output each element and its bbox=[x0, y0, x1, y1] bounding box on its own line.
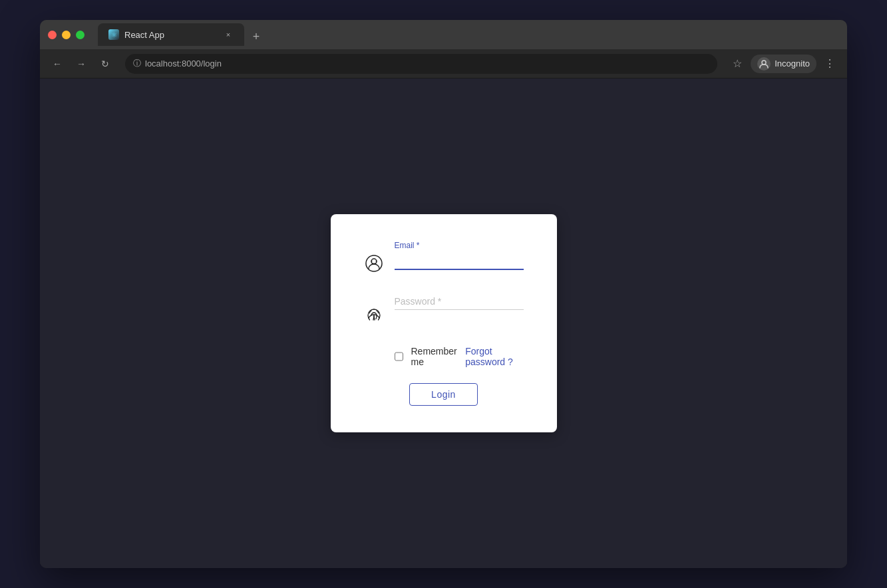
user-icon bbox=[364, 254, 384, 277]
svg-point-4 bbox=[375, 261, 377, 262]
maximize-button[interactable] bbox=[76, 31, 85, 39]
nav-right-controls: ☆ Incognito ⋮ bbox=[728, 55, 839, 73]
remember-label: Remember me bbox=[411, 346, 458, 367]
browser-menu-button[interactable]: ⋮ bbox=[820, 55, 839, 73]
incognito-label: Incognito bbox=[775, 59, 810, 69]
bookmark-button[interactable]: ☆ bbox=[728, 55, 747, 73]
back-button[interactable]: ← bbox=[48, 55, 67, 73]
incognito-icon bbox=[757, 57, 771, 71]
remember-checkbox[interactable] bbox=[395, 351, 403, 362]
address-bar[interactable]: ⓘ localhost:8000/login bbox=[125, 54, 717, 74]
forgot-password-link[interactable]: Forgot password ? bbox=[465, 346, 523, 367]
minimize-button[interactable] bbox=[62, 31, 71, 39]
traffic-lights bbox=[48, 31, 85, 39]
svg-point-0 bbox=[762, 61, 766, 65]
new-tab-button[interactable]: + bbox=[247, 27, 266, 46]
fingerprint-icon bbox=[364, 307, 384, 330]
password-field-group bbox=[395, 293, 524, 310]
navigation-bar: ← → ↻ ⓘ localhost:8000/login ☆ Incognito… bbox=[40, 49, 847, 78]
login-card: Email * bbox=[331, 214, 557, 432]
reload-button[interactable]: ↻ bbox=[96, 55, 114, 73]
email-label: Email * bbox=[395, 241, 524, 250]
address-text: localhost:8000/login bbox=[145, 59, 222, 69]
address-path: :8000/login bbox=[179, 59, 222, 69]
tab-favicon-icon: ⚛ bbox=[108, 29, 119, 40]
tab-title: React App bbox=[124, 30, 218, 40]
password-input[interactable] bbox=[395, 293, 524, 310]
tab-bar: ⚛ React App × + bbox=[98, 23, 839, 46]
login-button[interactable]: Login bbox=[409, 383, 478, 406]
incognito-button[interactable]: Incognito bbox=[751, 55, 816, 73]
email-field-group: Email * bbox=[395, 241, 524, 270]
password-row bbox=[364, 293, 524, 330]
active-tab[interactable]: ⚛ React App × bbox=[98, 23, 244, 46]
forward-button[interactable]: → bbox=[72, 55, 90, 73]
title-bar: ⚛ React App × + bbox=[40, 20, 847, 49]
remember-row: Remember me Forgot password ? bbox=[395, 346, 524, 367]
email-row: Email * bbox=[364, 241, 524, 277]
svg-point-3 bbox=[371, 261, 372, 262]
email-input[interactable] bbox=[395, 253, 524, 270]
login-button-row: Login bbox=[364, 383, 524, 406]
close-button[interactable] bbox=[48, 31, 57, 39]
page-content: Email * bbox=[40, 78, 847, 568]
browser-window: ⚛ React App × + ← → ↻ ⓘ localhost:8000/l… bbox=[40, 20, 847, 568]
tab-close-button[interactable]: × bbox=[223, 29, 234, 40]
address-info-icon: ⓘ bbox=[133, 58, 141, 69]
address-protocol: localhost bbox=[145, 59, 179, 69]
